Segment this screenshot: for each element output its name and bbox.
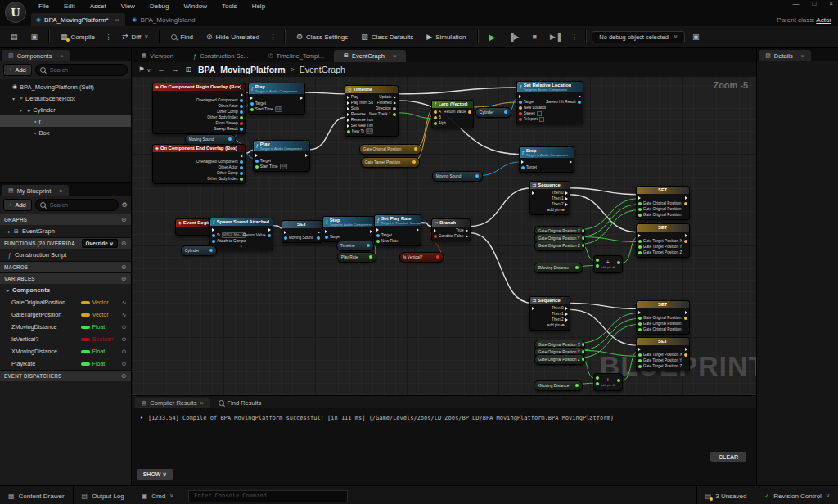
component-cylinder[interactable]: ▾●Cylinder [0, 104, 131, 115]
exec-pin[interactable] [684, 239, 687, 244]
cylinder-pill-2[interactable]: Cylinder [181, 245, 217, 256]
true-pin[interactable]: True [456, 228, 468, 233]
play-pin[interactable]: Play [347, 95, 374, 100]
attach-to-component-pin[interactable]: Attach to Component [212, 239, 246, 244]
exec-pin[interactable] [638, 196, 682, 200]
direction-pin[interactable]: Direction [376, 106, 396, 111]
play-rate-pill[interactable]: Play Rate [337, 252, 376, 263]
menu-asset[interactable]: Asset [83, 2, 114, 10]
bookmark-icon[interactable]: ⚑ ∨ [138, 65, 151, 74]
timeline-node[interactable]: ◷TimelinePlayPlay from StartStopReverseR… [345, 85, 399, 137]
unsaved-button[interactable]: ▤3 Unsaved [696, 486, 755, 504]
exec-pin[interactable] [521, 160, 537, 164]
eye-closed-icon[interactable]: ∿ [119, 299, 127, 306]
exec-pin[interactable] [255, 153, 287, 158]
add-top[interactable]: +add pin ⊕ [593, 255, 623, 273]
add-component-button[interactable]: +Add [3, 64, 32, 76]
start-time-pin[interactable]: Start Time0.0 [250, 107, 282, 112]
moving-sound-pill-2[interactable]: Moving Sound [432, 171, 483, 182]
gate-target-position-x-pin[interactable]: Gate Target Position X [638, 239, 682, 244]
exec-pin[interactable] [268, 227, 271, 232]
xmoving-distance-pill[interactable]: XMoving Distance [534, 380, 583, 391]
collapse-arrow-icon[interactable]: ▾ [210, 245, 273, 250]
other-comp-pin[interactable]: Other Comp [217, 171, 243, 176]
menu-file[interactable]: File [31, 2, 56, 10]
frame-skip-button[interactable]: ▐▶ [502, 30, 525, 43]
add-pin-pin[interactable]: add pin ⊕ [547, 208, 568, 213]
sound-pin[interactable]: SoundVINCI_Met.. ∨ [212, 233, 246, 238]
set-moving-sound[interactable]: SETMoving Sound [282, 220, 322, 244]
graph-tab-timeline-templ[interactable]: ◷Timeline_Templ... [258, 50, 334, 62]
tab-my-blueprint[interactable]: ▤My Blueprint× [2, 185, 69, 196]
target-pin[interactable]: Target [325, 235, 340, 240]
then-0-pin[interactable]: Then 0 [552, 306, 568, 311]
variable-gatetargetposition[interactable]: GateTargetPositionVector∿ [0, 308, 131, 321]
gate-original-position-pill[interactable]: Gate Original Position [359, 144, 421, 155]
class-settings-button[interactable]: ⚙Class Settings [291, 30, 354, 43]
target-pin[interactable]: Target [519, 100, 546, 105]
return-value-pin[interactable]: Return Value [444, 110, 471, 115]
from-sweep-pin[interactable]: From Sweep [215, 121, 242, 126]
stop-pin[interactable]: Stop [347, 106, 374, 111]
gate-target-position-x-pin[interactable]: Gate Target Position X [638, 353, 682, 358]
sweep-result-pin[interactable]: Sweep Result [214, 127, 243, 132]
exec-pin[interactable] [212, 227, 246, 232]
browse-button[interactable]: ▣ [25, 30, 44, 43]
eye-icon[interactable]: ⊙ [119, 361, 127, 367]
new-location-pin[interactable]: New Location [519, 106, 546, 110]
sequence-2[interactable]: ⇉SequenceThen 0Then 1Then 2add pin ⊕ [529, 296, 570, 331]
expand-arrow-icon[interactable]: ▸ [7, 287, 9, 293]
exec-pin[interactable] [684, 353, 687, 358]
add-section-item-icon[interactable]: ⊕ [121, 263, 127, 271]
graph-tab-viewport[interactable]: ▦Viewport [132, 50, 184, 62]
close-icon[interactable]: × [60, 53, 63, 59]
add-section-item-icon[interactable]: ⊕ [121, 275, 127, 282]
hide-unrelated-options-icon[interactable]: ⋮ [267, 33, 279, 41]
close-icon[interactable]: × [59, 188, 62, 194]
on-component-begin-overlap[interactable]: ◈On Component Begin Overlap (Box)Overlap… [152, 83, 246, 135]
sweep-pin[interactable]: Sweep [519, 111, 546, 116]
exec-pin[interactable] [685, 347, 687, 352]
gate-target-position-y-pin[interactable]: Gate Target Position Y [638, 245, 682, 250]
debug-object-dropdown[interactable]: No debug object selected∨ [592, 31, 685, 43]
start-time-pin[interactable]: Start Time0.0 [255, 164, 287, 169]
exec-pin[interactable] [317, 236, 320, 241]
menu-debug[interactable]: Debug [142, 2, 177, 10]
compiler-tab-find-results[interactable]: Find Results [212, 398, 268, 408]
section-macros[interactable]: MACROS⊕ [0, 261, 131, 272]
variable-gateoriginalposition[interactable]: GateOriginalPositionVector∿ [0, 296, 131, 308]
class-defaults-button[interactable]: ▨Class Defaults [355, 30, 419, 43]
exec-pin[interactable] [318, 230, 320, 235]
finished-pin[interactable]: Finished [377, 101, 396, 106]
set-gate-original-bottom[interactable]: SETGate Original Position XGate Original… [636, 300, 690, 335]
asset-tab-bpa-movingplatform[interactable]: ◉BPA_MovingPlatform*× [31, 13, 125, 26]
gate-target-position-z-pin[interactable]: Gate Target Position Z [638, 364, 682, 369]
compile-button[interactable]: ▦Compile [55, 30, 101, 43]
return-value-pin[interactable]: Return Value [243, 233, 271, 238]
gate-original-position-z-pin[interactable]: Gate Original Position Z [638, 327, 682, 332]
override-dropdown[interactable]: Override ∨ [82, 239, 118, 248]
is-vertical-pill[interactable]: Is Vertical? [399, 252, 444, 263]
add-section-item-icon[interactable]: ⊕ [121, 240, 127, 247]
expand-arrow-icon[interactable]: ▾ [12, 96, 17, 101]
menu-tools[interactable]: Tools [214, 2, 245, 10]
close-button[interactable]: × [829, 0, 833, 7]
revision-control-button[interactable]: ✓Revision Control∨ [755, 486, 838, 504]
compile-options-icon[interactable]: ⋮ [102, 33, 115, 41]
event-graph[interactable]: ⚑ ∨ ← → ⊞ BPA_MovingPlatform > EventGrap… [132, 62, 757, 395]
tab-components[interactable]: ▥Components× [2, 50, 70, 61]
exec-pin[interactable] [579, 94, 581, 99]
item-eventgraph[interactable]: ▸⊞EventGraph [0, 225, 131, 237]
breadcrumb-root[interactable]: BPA_MovingPlatform [198, 65, 286, 74]
target-pin[interactable]: Target [255, 159, 287, 164]
close-icon[interactable]: × [200, 400, 203, 406]
exec-pin[interactable] [417, 227, 419, 232]
add-blueprint-item-button[interactable]: +Add [3, 199, 32, 211]
variable-xmovingdistance[interactable]: XMovingDistanceFloat⊙ [0, 345, 131, 358]
menu-edit[interactable]: Edit [56, 2, 83, 10]
gate-original-position-y-pin[interactable]: Gate Original Position Y [638, 207, 682, 212]
on-component-end-overlap[interactable]: ◈On Component End Overlap (Box)Overlappe… [152, 144, 246, 185]
content-drawer-button[interactable]: ▦Content Drawer [0, 486, 74, 504]
my-blueprint-search-input[interactable] [48, 201, 114, 209]
exec-pin[interactable] [434, 228, 453, 233]
